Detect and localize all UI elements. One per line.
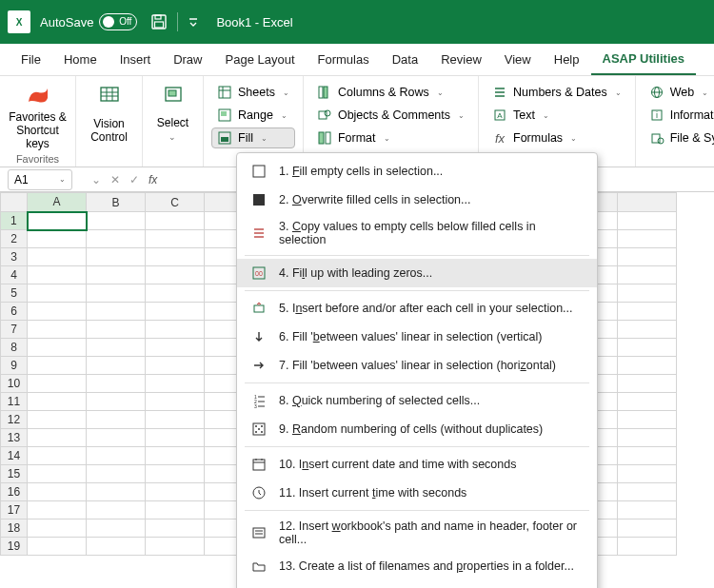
cell[interactable] (28, 447, 87, 465)
row-header[interactable]: 2 (1, 230, 28, 248)
tab-help[interactable]: Help (543, 45, 591, 74)
cell[interactable] (618, 212, 677, 230)
cell[interactable] (618, 538, 677, 556)
cell[interactable] (87, 411, 146, 429)
select-all-corner[interactable] (1, 193, 28, 212)
cell[interactable] (87, 339, 146, 357)
column-header[interactable]: A (28, 193, 87, 212)
column-header[interactable] (618, 193, 677, 212)
cell[interactable] (618, 519, 677, 538)
cell[interactable] (87, 393, 146, 411)
cell[interactable] (87, 266, 146, 284)
cell[interactable] (146, 393, 205, 411)
fill-menu-item-3[interactable]: 3. Copy values to empty cells below fill… (237, 214, 597, 252)
cell[interactable] (618, 248, 677, 266)
cell[interactable] (618, 321, 677, 339)
cell[interactable] (146, 357, 205, 375)
cell[interactable] (28, 321, 87, 339)
row-header[interactable]: 18 (1, 519, 28, 538)
favorites-label[interactable]: Favorites & Shortcut keys (8, 110, 68, 150)
cell[interactable] (146, 212, 205, 230)
cell[interactable] (28, 339, 87, 357)
autosave-switch[interactable]: Off (99, 13, 137, 30)
cell[interactable] (28, 465, 87, 483)
fill-menu-item-7[interactable]: 7. Fill 'between values' linear in selec… (237, 351, 597, 380)
cell[interactable] (28, 411, 87, 429)
tab-draw[interactable]: Draw (162, 45, 213, 74)
vision-icon[interactable] (98, 82, 121, 108)
row-header[interactable]: 14 (1, 447, 28, 465)
range-button[interactable]: Range⌄ (211, 105, 295, 126)
qat-customize-icon[interactable] (188, 16, 199, 28)
cell[interactable] (146, 465, 205, 483)
cell[interactable] (146, 303, 205, 321)
cell[interactable] (87, 447, 146, 465)
cell[interactable] (618, 339, 677, 357)
cell[interactable] (87, 375, 146, 393)
cell[interactable] (28, 357, 87, 375)
row-header[interactable]: 9 (1, 357, 28, 375)
cell[interactable] (618, 266, 677, 284)
cell[interactable] (28, 248, 87, 266)
cell[interactable] (28, 501, 87, 519)
cell[interactable] (87, 321, 146, 339)
fill-menu-item-8[interactable]: 1238. Quick numbering of selected cells.… (237, 386, 597, 415)
cell[interactable] (28, 538, 87, 556)
cell[interactable] (618, 230, 677, 248)
cell[interactable] (87, 248, 146, 266)
tab-asap-utilities[interactable]: ASAP Utilities (591, 44, 696, 75)
cell[interactable] (146, 339, 205, 357)
tab-insert[interactable]: Insert (109, 45, 163, 74)
cell[interactable] (28, 212, 87, 230)
cell[interactable] (618, 393, 677, 411)
fill-menu-item-10[interactable]: 10. Insert current date and time with se… (237, 450, 597, 479)
fx-icon[interactable]: fx (149, 173, 157, 186)
cell[interactable] (618, 303, 677, 321)
cell[interactable] (28, 393, 87, 411)
fill-menu-item-5[interactable]: 5. Insert before and/or after each cell … (237, 294, 597, 323)
row-header[interactable]: 15 (1, 465, 28, 483)
cancel-formula-icon[interactable]: ✕ (110, 173, 120, 186)
select-icon[interactable] (162, 82, 185, 108)
cell[interactable] (87, 230, 146, 248)
fill-menu-item-14[interactable]: 14. Insert sheet(s) name in selected cel… (237, 580, 597, 588)
tab-data[interactable]: Data (381, 45, 429, 74)
cell[interactable] (146, 447, 205, 465)
format-button[interactable]: Format⌄ (311, 127, 470, 148)
cell[interactable] (87, 212, 146, 230)
tab-formulas[interactable]: Formulas (307, 45, 381, 74)
fill-menu-item-2[interactable]: 2. Overwrite filled cells in selection..… (237, 186, 597, 214)
row-header[interactable]: 8 (1, 339, 28, 357)
row-header[interactable]: 10 (1, 375, 28, 393)
cell[interactable] (618, 429, 677, 447)
cell[interactable] (618, 411, 677, 429)
fill-menu-item-4[interactable]: 004. Fill up with leading zeros... (237, 259, 597, 287)
columns-rows-button[interactable]: Columns & Rows⌄ (311, 82, 470, 103)
cell[interactable] (146, 483, 205, 501)
text-button[interactable]: AText⌄ (486, 105, 627, 126)
select-label[interactable]: Select⌄ (157, 116, 188, 144)
autosave-toggle[interactable]: AutoSave Off (40, 13, 137, 30)
save-icon[interactable] (150, 13, 168, 30)
cell[interactable] (146, 411, 205, 429)
cell[interactable] (146, 375, 205, 393)
fill-menu-item-13[interactable]: 13. Create a list of filenames and prope… (237, 552, 597, 580)
fill-menu-item-6[interactable]: 6. Fill 'between values' linear in selec… (237, 323, 597, 351)
cell[interactable] (28, 266, 87, 284)
cell[interactable] (87, 303, 146, 321)
cell[interactable] (87, 538, 146, 556)
sheets-button[interactable]: Sheets⌄ (211, 82, 295, 103)
cell[interactable] (87, 357, 146, 375)
row-header[interactable]: 13 (1, 429, 28, 447)
cell[interactable] (146, 230, 205, 248)
cell[interactable] (28, 429, 87, 447)
cell[interactable] (28, 230, 87, 248)
name-box[interactable]: A1 ⌄ (8, 169, 72, 190)
fill-button[interactable]: Fill⌄ (211, 127, 295, 148)
accept-formula-icon[interactable]: ✓ (129, 173, 139, 186)
tab-review[interactable]: Review (429, 45, 493, 74)
numbers-dates-button[interactable]: Numbers & Dates⌄ (486, 82, 627, 103)
cell[interactable] (87, 429, 146, 447)
row-header[interactable]: 1 (1, 212, 28, 230)
row-header[interactable]: 11 (1, 393, 28, 411)
